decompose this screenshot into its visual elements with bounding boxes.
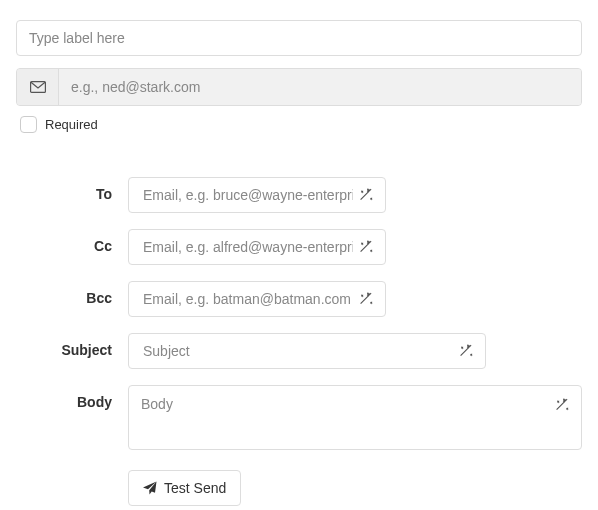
actions-row: Test Send	[16, 466, 582, 506]
magic-wand-icon[interactable]	[355, 184, 377, 206]
body-input-group	[128, 385, 582, 450]
required-row: Required	[16, 116, 582, 133]
required-label: Required	[45, 117, 98, 132]
to-row: To	[16, 177, 582, 213]
example-email-input[interactable]	[59, 69, 581, 105]
body-row: Body	[16, 385, 582, 450]
label-input[interactable]	[16, 20, 582, 56]
body-label: Body	[16, 385, 128, 410]
to-label: To	[16, 177, 128, 202]
subject-label: Subject	[16, 333, 128, 358]
paper-plane-icon	[143, 481, 157, 495]
subject-input[interactable]	[141, 342, 455, 360]
cc-input-group	[128, 229, 386, 265]
test-send-label: Test Send	[164, 480, 226, 496]
to-input[interactable]	[141, 186, 355, 204]
bcc-label: Bcc	[16, 281, 128, 306]
magic-wand-icon[interactable]	[355, 288, 377, 310]
magic-wand-icon[interactable]	[455, 340, 477, 362]
cc-label: Cc	[16, 229, 128, 254]
bcc-row: Bcc	[16, 281, 582, 317]
magic-wand-icon[interactable]	[551, 394, 573, 416]
magic-wand-icon[interactable]	[355, 236, 377, 258]
to-input-group	[128, 177, 386, 213]
cc-input[interactable]	[141, 238, 355, 256]
body-textarea[interactable]	[141, 396, 551, 436]
subject-row: Subject	[16, 333, 582, 369]
cc-row: Cc	[16, 229, 582, 265]
envelope-icon	[17, 69, 59, 105]
bcc-input[interactable]	[141, 290, 355, 308]
example-email-group	[16, 68, 582, 106]
email-form: To Cc Bcc	[16, 177, 582, 506]
subject-input-group	[128, 333, 486, 369]
bcc-input-group	[128, 281, 386, 317]
required-checkbox[interactable]	[20, 116, 37, 133]
test-send-button[interactable]: Test Send	[128, 470, 241, 506]
